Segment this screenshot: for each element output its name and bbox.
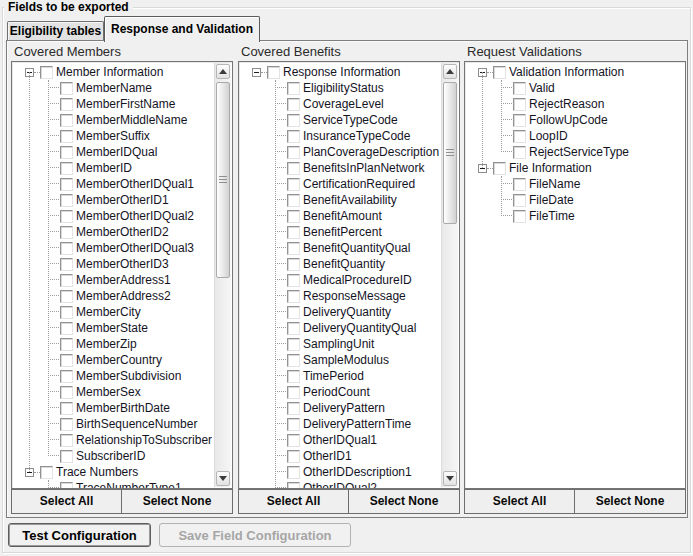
tree-checkbox[interactable] <box>287 386 300 399</box>
tree-checkbox[interactable] <box>60 82 73 95</box>
tree-checkbox[interactable] <box>60 306 73 319</box>
tree-item-row[interactable]: MemberState <box>13 320 214 336</box>
tree-item-label[interactable]: FollowUpCode <box>526 113 608 127</box>
tree-item-row[interactable]: BirthSequenceNumber <box>13 416 214 432</box>
tree-checkbox[interactable] <box>287 354 300 367</box>
tree-checkbox[interactable] <box>60 418 73 431</box>
tree-checkbox[interactable] <box>287 274 300 287</box>
select-all-button[interactable]: Select All <box>239 490 349 513</box>
tree-checkbox[interactable] <box>40 466 53 479</box>
tree-item-label[interactable]: BirthSequenceNumber <box>73 417 197 431</box>
tree-item-label[interactable]: MemberOtherIDQual2 <box>73 209 194 223</box>
tree-item-label[interactable]: OtherIDDescription1 <box>300 465 412 479</box>
tree-checkbox[interactable] <box>287 402 300 415</box>
tree-item-row[interactable]: InsuranceTypeCode <box>240 128 441 144</box>
tree-item-row[interactable]: MemberCountry <box>13 352 214 368</box>
tree-item-label[interactable]: MemberSex <box>73 385 141 399</box>
tree-item-label[interactable]: LoopID <box>526 129 568 143</box>
tree-item-row[interactable]: SubscriberID <box>13 448 214 464</box>
tree-item-row[interactable]: ServiceTypeCode <box>240 112 441 128</box>
tree-item-label[interactable]: CertificationRequired <box>300 177 415 191</box>
tree-checkbox[interactable] <box>60 274 73 287</box>
tree-checkbox[interactable] <box>60 482 73 489</box>
tree-item-label[interactable]: MemberOtherIDQual1 <box>73 177 194 191</box>
tree-group-label[interactable]: Trace Numbers <box>53 465 138 479</box>
tree-item-label[interactable]: MedicalProcedureID <box>300 273 412 287</box>
tree-checkbox[interactable] <box>60 322 73 335</box>
tree-item-row[interactable]: MemberSubdivision <box>13 368 214 384</box>
tree-checkbox[interactable] <box>287 338 300 351</box>
tree-item-label[interactable]: FileTime <box>526 209 575 223</box>
tree-item-row[interactable]: MemberOtherID2 <box>13 224 214 240</box>
tree-checkbox[interactable] <box>60 242 73 255</box>
tree-checkbox[interactable] <box>287 194 300 207</box>
tree-checkbox[interactable] <box>513 194 526 207</box>
tree-item-label[interactable]: CoverageLevel <box>300 97 384 111</box>
tree-checkbox[interactable] <box>60 162 73 175</box>
tree-item-label[interactable]: TraceNumberType1 <box>73 481 182 488</box>
tree-item-row[interactable]: MemberID <box>13 160 214 176</box>
tree-checkbox[interactable] <box>287 98 300 111</box>
tree-checkbox[interactable] <box>287 322 300 335</box>
tree-item-row[interactable]: MemberOtherID3 <box>13 256 214 272</box>
tree-item-row[interactable]: DeliveryQuantityQual <box>240 320 441 336</box>
tree-item-label[interactable]: SampleModulus <box>300 353 389 367</box>
tree-checkbox[interactable] <box>287 450 300 463</box>
tree-checkbox[interactable] <box>513 98 526 111</box>
tree-item-row[interactable]: DeliveryPatternTime <box>240 416 441 432</box>
tree-item-row[interactable]: BenefitAvailability <box>240 192 441 208</box>
tree-checkbox[interactable] <box>60 386 73 399</box>
tree-checkbox[interactable] <box>513 178 526 191</box>
tree-item-label[interactable]: RejectReason <box>526 97 604 111</box>
tree-group-row[interactable]: Trace Numbers <box>13 464 214 480</box>
tree-checkbox[interactable] <box>287 290 300 303</box>
tree-checkbox[interactable] <box>287 114 300 127</box>
tab-eligibility-tables[interactable]: Eligibility tables <box>7 21 104 40</box>
tree-item-label[interactable]: MemberIDQual <box>73 145 157 159</box>
tree-item-row[interactable]: PlanCoverageDescription <box>240 144 441 160</box>
tree-item-label[interactable]: BenefitAvailability <box>300 193 397 207</box>
tree-checkbox[interactable] <box>493 162 506 175</box>
tree-item-label[interactable]: Valid <box>526 81 555 95</box>
collapse-toggle-icon[interactable] <box>252 68 261 77</box>
tree-item-row[interactable]: MemberMiddleName <box>13 112 214 128</box>
tree-checkbox[interactable] <box>513 146 526 159</box>
tree-item-row[interactable]: MemberSex <box>13 384 214 400</box>
tree-group-row[interactable]: Validation Information <box>466 64 684 80</box>
tree-checkbox[interactable] <box>287 226 300 239</box>
select-none-button[interactable]: Select None <box>122 490 232 513</box>
tree-item-row[interactable]: BenefitsInPlanNetwork <box>240 160 441 176</box>
tree-item-label[interactable]: MemberAddress2 <box>73 289 171 303</box>
tree-checkbox[interactable] <box>493 66 506 79</box>
tree-item-row[interactable]: MemberOtherIDQual1 <box>13 176 214 192</box>
tree-checkbox[interactable] <box>60 290 73 303</box>
tree-item-row[interactable]: DeliveryPattern <box>240 400 441 416</box>
select-all-button[interactable]: Select All <box>12 490 122 513</box>
tree-item-label[interactable]: EligibilityStatus <box>300 81 384 95</box>
tree-item-label[interactable]: OtherIDQual1 <box>300 433 377 447</box>
tree-item-row[interactable]: RejectServiceType <box>466 144 684 160</box>
tree-item-label[interactable]: DeliveryPattern <box>300 401 385 415</box>
tree-item-label[interactable]: InsuranceTypeCode <box>300 129 410 143</box>
tree-group-label[interactable]: Member Information <box>53 65 163 79</box>
tree-item-label[interactable]: MemberID <box>73 161 132 175</box>
tree-item-label[interactable]: RejectServiceType <box>526 145 629 159</box>
tree-group-row[interactable]: Member Information <box>13 64 214 80</box>
tree-group-label[interactable]: Response Information <box>280 65 400 79</box>
tree-checkbox[interactable] <box>287 258 300 271</box>
tree-item-row[interactable]: SampleModulus <box>240 352 441 368</box>
tree-checkbox[interactable] <box>60 146 73 159</box>
tree-item-label[interactable]: MemberMiddleName <box>73 113 187 127</box>
tree-checkbox[interactable] <box>60 450 73 463</box>
tree-item-label[interactable]: MemberAddress1 <box>73 273 171 287</box>
tree-checkbox[interactable] <box>60 226 73 239</box>
request-validations-tree[interactable]: Validation InformationValidRejectReasonF… <box>464 61 686 489</box>
tree-checkbox[interactable] <box>287 146 300 159</box>
tree-checkbox[interactable] <box>60 210 73 223</box>
tree-item-row[interactable]: BenefitQuantityQual <box>240 240 441 256</box>
tree-item-label[interactable]: TimePeriod <box>300 369 364 383</box>
tree-item-row[interactable]: MemberIDQual <box>13 144 214 160</box>
tree-item-row[interactable]: CertificationRequired <box>240 176 441 192</box>
tree-checkbox[interactable] <box>60 258 73 271</box>
tree-item-row[interactable]: MemberAddress2 <box>13 288 214 304</box>
